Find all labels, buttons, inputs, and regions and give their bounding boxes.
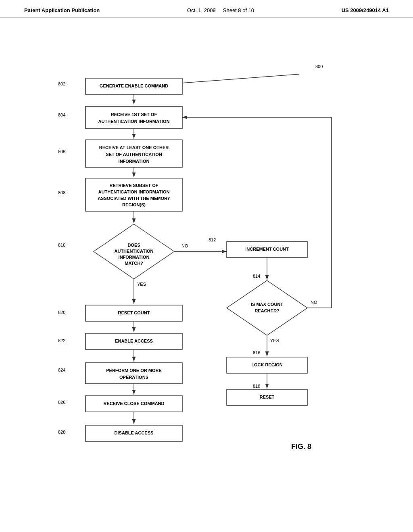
label-820: 820: [58, 310, 65, 315]
label-816: 816: [253, 350, 260, 355]
label-822: 822: [58, 338, 65, 343]
label-814: 814: [253, 274, 260, 278]
page-header: Patent Application Publication Oct. 1, 2…: [0, 0, 413, 18]
label-810: 810: [58, 243, 65, 247]
label-802: 802: [58, 81, 65, 86]
text-812: INCREMENT COUNT: [245, 247, 289, 251]
text-806c: INFORMATION: [119, 159, 150, 164]
flowchart-svg: 800 802 GENERATE ENABLE COMMAND 804 RECE…: [25, 26, 388, 501]
header-patent-number: US 2009/249014 A1: [342, 7, 389, 13]
text-808b: AUTHENTICATION INFORMATION: [98, 189, 170, 194]
text-804a: RECEIVE 1ST SET OF: [111, 112, 157, 117]
text-820: RESET COUNT: [118, 310, 150, 315]
label-824: 824: [58, 368, 65, 372]
svg-line-1: [166, 74, 299, 84]
figure-number-label: 800: [315, 64, 323, 69]
label-yes-810: YES: [137, 282, 146, 287]
text-802: GENERATE ENABLE COMMAND: [100, 83, 168, 88]
text-826: RECEIVE CLOSE COMMAND: [104, 401, 165, 406]
text-816: LOCK REGION: [251, 362, 283, 367]
header-publication: Patent Application Publication: [24, 7, 100, 13]
text-808c: ASSOCIATED WITH THE MEMORY: [98, 196, 170, 201]
label-yes-814: YES: [270, 338, 279, 343]
header-sheet: Sheet 8 of 10: [223, 7, 254, 13]
text-824b: OPERATIONS: [119, 375, 148, 380]
text-808a: RETRIEVE SUBSET OF: [109, 183, 158, 188]
box-824: [86, 363, 182, 384]
label-808: 808: [58, 190, 65, 195]
header-date-sheet: Oct. 1, 2009 Sheet 8 of 10: [187, 7, 254, 13]
figure-label: FIG. 8: [291, 443, 311, 451]
label-804: 804: [58, 112, 65, 117]
text-806b: SET OF AUTHENTICATION: [106, 152, 162, 157]
text-804b: AUTHENTICATION INFORMATION: [98, 119, 170, 124]
text-814a: IS MAX COUNT: [251, 302, 283, 307]
text-818: RESET: [260, 395, 275, 399]
diagram-area: 800 802 GENERATE ENABLE COMMAND 804 RECE…: [0, 18, 413, 509]
box-804: [86, 106, 182, 129]
text-810d: MATCH?: [125, 261, 143, 266]
label-no-814: NO: [311, 300, 317, 305]
text-824a: PERFORM ONE OR MORE: [106, 368, 162, 373]
label-826: 826: [58, 400, 65, 405]
label-812: 812: [209, 237, 216, 242]
text-810b: AUTHENTICATION: [115, 249, 154, 254]
text-810c: INFORMATION: [119, 255, 150, 260]
text-810a: DOES: [127, 243, 140, 247]
label-no-810: NO: [181, 243, 188, 248]
text-822: ENABLE ACCESS: [115, 339, 153, 343]
label-818: 818: [253, 384, 260, 389]
label-806: 806: [58, 149, 65, 154]
text-806a: RECEIVE AT LEAST ONE OTHER: [99, 145, 169, 150]
text-814b: REACHED?: [254, 308, 279, 313]
text-808d: REGION(S): [122, 202, 146, 207]
label-828: 828: [58, 430, 65, 434]
header-date: Oct. 1, 2009: [187, 7, 216, 13]
text-828: DISABLE ACCESS: [115, 430, 154, 435]
